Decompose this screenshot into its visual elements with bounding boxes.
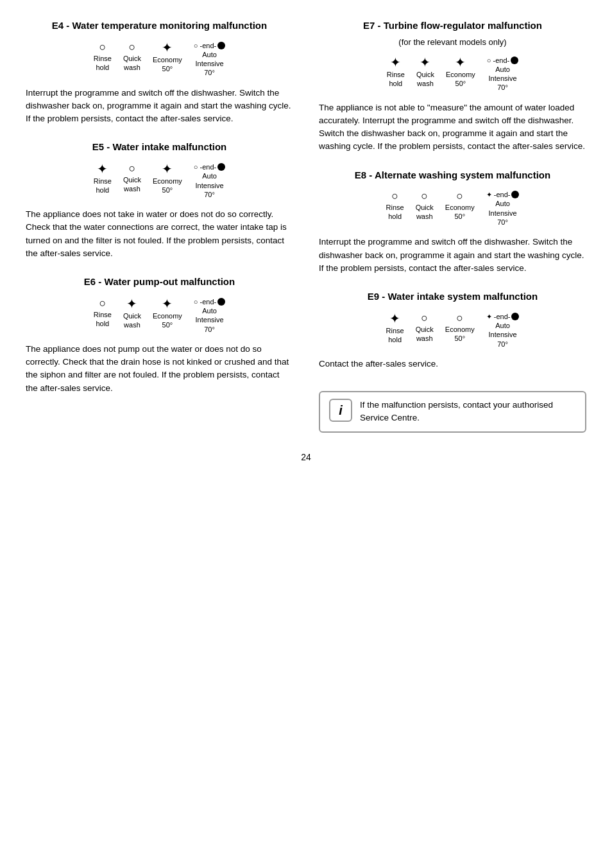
e6-ind-rinse: ○ Rinse hold (94, 297, 112, 329)
info-box: i If the malfunction persists, contact y… (319, 391, 586, 433)
e7-sym-1: ✦ (390, 56, 401, 69)
e5-lbl-4c: 70° (204, 190, 215, 199)
e8-lbl-1b: hold (388, 212, 402, 221)
e6-indicators: ○ Rinse hold ✦ Quick wash ✦ Economy 50° … (26, 297, 293, 334)
e6-lbl-2b: wash (124, 320, 140, 329)
e6-lbl-2a: Quick (123, 311, 141, 320)
info-icon: i (329, 399, 352, 422)
e8-body: Interrupt the programme and switch off t… (319, 236, 586, 275)
e5-lbl-1b: hold (96, 186, 109, 195)
e5-lbl-4b: Intensive (196, 181, 224, 190)
e8-ind-end: ✦ -end- Auto Intensive 70° (486, 190, 520, 227)
e4-ind-end: ○ -end- Auto Intensive 70° (194, 41, 225, 78)
e8-sym-2: ○ (421, 190, 428, 202)
e7-lbl-1a: Rinse (387, 70, 405, 79)
e4-title: E4 - Water temperature monitoring malfun… (26, 19, 293, 32)
e4-end-group: ○ -end- (194, 41, 225, 50)
page-number: 24 (26, 452, 586, 462)
e7-sym-2: ✦ (420, 56, 430, 69)
e5-sym-1: ✦ (97, 162, 108, 175)
e8-ind-economy: ○ Economy 50° (445, 190, 475, 221)
e5-lbl-3b: 50° (162, 186, 173, 195)
e9-lbl-4a: Auto (495, 321, 510, 330)
e9-ind-economy: ○ Economy 50° (445, 312, 475, 343)
section-e5: E5 - Water intake malfunction ✦ Rinse ho… (26, 141, 293, 260)
e4-lbl-4a: Auto (202, 50, 217, 59)
e4-lbl-3b: 50° (162, 64, 173, 73)
e7-lbl-1b: hold (389, 79, 402, 88)
e9-filled-circle (511, 313, 519, 320)
e8-ind-quick: ○ Quick wash (416, 190, 434, 221)
e6-lbl-1a: Rinse (94, 310, 112, 319)
info-icon-letter: i (339, 403, 343, 418)
e7-ind-end: ○ -end- Auto Intensive 70° (487, 56, 518, 92)
e5-lbl-4a: Auto (202, 171, 217, 180)
e7-lbl-4b: Intensive (489, 74, 517, 83)
e9-lbl-1a: Rinse (386, 326, 404, 335)
e5-ind-quick: ○ Quick wash (123, 162, 141, 194)
e7-ind-rinse: ✦ Rinse hold (387, 56, 405, 89)
e5-filled-circle (217, 163, 225, 171)
e7-indicators: ✦ Rinse hold ✦ Quick wash ✦ Economy 50° … (319, 56, 586, 92)
e7-ind-economy: ✦ Economy 50° (446, 56, 475, 89)
e6-lbl-3a: Economy (153, 311, 182, 320)
e4-end-label: ○ -end- (194, 41, 216, 50)
e9-title: E9 - Water intake system malfunction (319, 290, 586, 303)
e4-ind-quick: ○ Quick wash (123, 41, 141, 73)
e9-lbl-4c: 70° (497, 340, 508, 349)
e7-ind-quick: ✦ Quick wash (416, 56, 434, 89)
right-column: E7 - Turbine flow-regulator malfunction … (319, 19, 586, 433)
e9-sym-2: ○ (421, 312, 428, 324)
e5-lbl-2b: wash (124, 184, 140, 193)
e4-indicators: ○ Rinse hold ○ Quick wash ✦ Economy 50° … (26, 41, 293, 78)
e6-title: E6 - Water pump-out malfunction (26, 275, 293, 288)
section-e9: E9 - Water intake system malfunction ✦ R… (319, 290, 586, 370)
e7-sym-3: ✦ (455, 56, 466, 69)
e9-lbl-2a: Quick (416, 325, 434, 334)
e6-lbl-4b: Intensive (196, 315, 224, 324)
e9-end-label: ✦ -end- (486, 312, 511, 321)
left-column: E4 - Water temperature monitoring malfun… (26, 19, 293, 433)
e5-lbl-2a: Quick (123, 175, 141, 184)
e5-lbl-1a: Rinse (94, 177, 112, 186)
e4-lbl-4c: 70° (204, 68, 215, 77)
e5-end-label: ○ -end- (194, 162, 216, 171)
e6-ind-quick: ✦ Quick wash (123, 297, 141, 330)
e7-lbl-3a: Economy (446, 70, 475, 79)
section-e8: E8 - Alternate washing system malfunctio… (319, 169, 586, 275)
e9-ind-rinse: ✦ Rinse hold (386, 312, 404, 345)
e9-lbl-3a: Economy (445, 325, 475, 334)
e6-lbl-1b: hold (96, 319, 109, 328)
e5-sym-2: ○ (129, 162, 136, 174)
e6-ind-end: ○ -end- Auto Intensive 70° (194, 297, 225, 334)
e8-sym-1: ○ (391, 190, 398, 202)
e4-filled-circle (217, 42, 225, 49)
e4-ind-rinse: ○ Rinse hold (94, 41, 112, 73)
e7-end-label: ○ -end- (487, 56, 509, 65)
e7-lbl-2b: wash (417, 79, 434, 88)
e4-lbl-4b: Intensive (196, 59, 224, 68)
e6-sym-1: ○ (99, 297, 106, 309)
e6-lbl-4a: Auto (202, 306, 217, 315)
e5-ind-end: ○ -end- Auto Intensive 70° (194, 162, 225, 199)
e6-end-label: ○ -end- (194, 297, 216, 306)
e4-lbl-1b: hold (96, 63, 109, 72)
e5-ind-rinse: ✦ Rinse hold (94, 162, 112, 195)
e7-end-group: ○ -end- (487, 56, 518, 65)
e6-body: The appliance does not pump out the wate… (26, 343, 293, 395)
e5-indicators: ✦ Rinse hold ○ Quick wash ✦ Economy 50° … (26, 162, 293, 199)
e4-body: Interrupt the programme and switch off t… (26, 87, 293, 126)
e5-ind-economy: ✦ Economy 50° (153, 162, 182, 195)
e8-indicators: ○ Rinse hold ○ Quick wash ○ Economy 50° … (319, 190, 586, 227)
section-e6: E6 - Water pump-out malfunction ○ Rinse … (26, 275, 293, 395)
e7-lbl-2a: Quick (416, 70, 434, 79)
e5-title: E5 - Water intake malfunction (26, 141, 293, 153)
info-text: If the malfunction persists, contact you… (360, 399, 576, 425)
e9-body: Contact the after-sales service. (319, 358, 586, 370)
e8-lbl-4c: 70° (497, 218, 508, 227)
e9-sym-1: ✦ (389, 312, 400, 325)
e8-lbl-4b: Intensive (489, 209, 517, 218)
e8-lbl-2b: wash (416, 212, 433, 221)
e5-end-group: ○ -end- (194, 162, 225, 171)
e6-lbl-4c: 70° (204, 325, 215, 334)
